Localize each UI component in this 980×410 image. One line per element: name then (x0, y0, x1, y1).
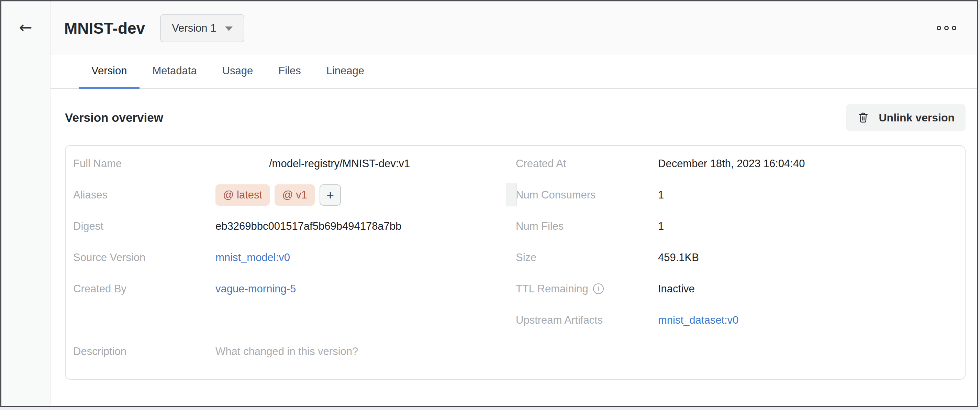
tab-bar: VersionMetadataUsageFilesLineage (51, 55, 977, 89)
label-text: Num Files (516, 220, 564, 233)
content-area: Version overview Unlink version (51, 104, 977, 380)
label-text: Aliases (73, 189, 108, 201)
overview-column-right: Created AtDecember 18th, 2023 16:04:40Nu… (516, 148, 965, 379)
alias-badge-v1[interactable]: @ v1 (275, 184, 315, 206)
label-text: Source Version (73, 251, 145, 264)
link-created-by[interactable]: vague-morning-5 (215, 283, 296, 295)
left-rail: ← (2, 2, 51, 406)
field-label-ttl-remaining: TTL Remainingi (516, 283, 658, 295)
page-header: MNIST-dev Version 1 (51, 2, 977, 55)
field-label-num-files: Num Files (516, 220, 658, 233)
field-label-upstream-artifacts: Upstream Artifacts (516, 314, 658, 326)
more-options-icon (944, 26, 949, 30)
info-icon[interactable]: i (593, 284, 604, 294)
value-digest: eb3269bbc001517af5b69b494178a7bb (215, 220, 401, 233)
tab-metadata[interactable]: Metadata (140, 55, 209, 89)
version-selector-label: Version 1 (172, 22, 216, 34)
label-text: Num Consumers (516, 189, 596, 201)
field-row-num-consumers: Num Consumers1 (516, 179, 965, 211)
version-selector[interactable]: Version 1 (160, 14, 244, 42)
app-window: ← MNIST-dev Version 1 VersionMetadataUsa… (0, 0, 978, 407)
field-row-ttl-remaining: TTL RemainingiInactive (516, 273, 965, 305)
field-row-created-by: Created Byvague-morning-5 (73, 273, 516, 305)
field-label-created-by: Created By (73, 283, 215, 295)
section-header: Version overview Unlink version (65, 104, 966, 131)
add-alias-button[interactable]: + (320, 184, 341, 206)
field-row-upstream-artifacts: Upstream Artifactsmnist_dataset:v0 (516, 305, 965, 336)
trash-icon (857, 112, 869, 124)
field-row-size: Size459.1KB (516, 242, 965, 273)
alias-badge-latest[interactable]: @ latest (215, 184, 270, 206)
field-label-source-version: Source Version (73, 251, 215, 264)
field-row-digest: Digesteb3269bbc001517af5b69b494178a7bb (73, 211, 516, 242)
label-text: Created At (516, 158, 566, 170)
main-panel: MNIST-dev Version 1 VersionMetadataUsage… (51, 2, 977, 406)
label-text: TTL Remaining (516, 283, 588, 295)
field-label-created-at: Created At (516, 158, 658, 170)
link-upstream-artifacts[interactable]: mnist_dataset:v0 (658, 314, 738, 326)
field-label-size: Size (516, 251, 658, 264)
back-button[interactable]: ← (19, 19, 32, 35)
field-label-full-name: Full Name (73, 158, 215, 170)
scrollbar-thumb[interactable] (506, 183, 517, 206)
alias-list: @ latest@ v1+ (215, 184, 341, 206)
back-arrow-icon: ← (19, 18, 32, 37)
label-text: Digest (73, 220, 103, 233)
label-text: Created By (73, 283, 126, 295)
field-label-digest: Digest (73, 220, 215, 233)
page-title: MNIST-dev (64, 19, 145, 37)
field-row-description: DescriptionWhat changed in this version? (73, 336, 516, 367)
field-row-aliases: Aliases@ latest@ v1+ (73, 179, 516, 211)
value-ttl-remaining: Inactive (658, 283, 695, 295)
chevron-down-icon (225, 27, 232, 31)
value-size: 459.1KB (658, 251, 699, 264)
tab-usage[interactable]: Usage (210, 55, 266, 89)
label-text: Upstream Artifacts (516, 314, 603, 326)
field-label-description: Description (73, 345, 215, 358)
field-row-created-at: Created AtDecember 18th, 2023 16:04:40 (516, 148, 965, 179)
more-options-icon (937, 26, 941, 30)
more-options-icon (952, 26, 956, 30)
input-description[interactable]: What changed in this version? (215, 345, 358, 358)
field-label-num-consumers: Num Consumers (516, 189, 658, 201)
tab-lineage[interactable]: Lineage (314, 55, 377, 89)
link-source-version[interactable]: mnist_model:v0 (215, 251, 290, 264)
section-title: Version overview (65, 111, 163, 124)
value-created-at: December 18th, 2023 16:04:40 (658, 158, 805, 170)
value-num-consumers: 1 (658, 189, 664, 201)
value-full-name: /model-registry/MNIST-dev:v1 (269, 158, 410, 170)
label-text: Description (73, 345, 126, 358)
screen: ← MNIST-dev Version 1 VersionMetadataUsa… (0, 0, 980, 410)
field-row-num-files: Num Files1 (516, 211, 965, 242)
label-text: Size (516, 251, 536, 264)
overflow-menu-button[interactable] (934, 26, 959, 30)
field-row-full-name: Full Name/model-registry/MNIST-dev:v1 (73, 148, 516, 179)
value-num-files: 1 (658, 220, 664, 233)
label-text: Full Name (73, 158, 122, 170)
field-row-source-version: Source Versionmnist_model:v0 (73, 242, 516, 273)
version-overview-card: Full Name/model-registry/MNIST-dev:v1Ali… (65, 145, 966, 380)
tab-files[interactable]: Files (266, 55, 313, 89)
field-label-aliases: Aliases (73, 189, 215, 201)
unlink-version-label: Unlink version (879, 112, 955, 124)
tab-version[interactable]: Version (79, 55, 140, 89)
unlink-version-button[interactable]: Unlink version (846, 104, 966, 131)
overview-column-left: Full Name/model-registry/MNIST-dev:v1Ali… (73, 148, 516, 379)
